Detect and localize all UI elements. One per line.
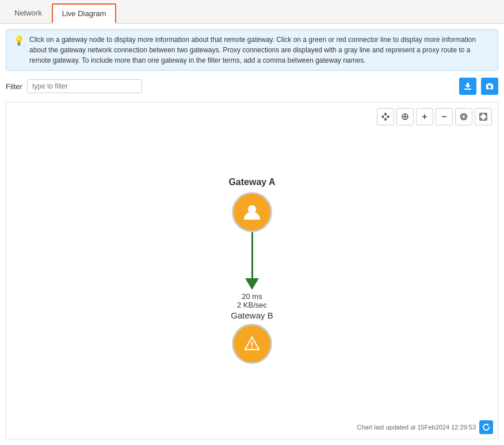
tab-live-diagram[interactable]: Live Diagram: [52, 3, 117, 24]
download-icon: [464, 82, 472, 90]
diagram-zoom-out-button[interactable]: −: [436, 108, 453, 125]
expand-icon: [479, 113, 487, 121]
svg-point-13: [461, 114, 467, 120]
fit-icon: [381, 113, 390, 121]
refresh-button[interactable]: [479, 420, 493, 434]
filter-label: Filter: [6, 82, 22, 91]
gateway-a-person-icon: [242, 202, 262, 222]
info-box: 💡 Click on a gateway node to display mor…: [6, 29, 498, 71]
diagram-area: + −: [6, 102, 498, 439]
gateway-b-node[interactable]: !: [232, 324, 272, 364]
latency-value: 20 ms: [242, 292, 262, 301]
tab-network[interactable]: Network: [5, 3, 52, 23]
download-button[interactable]: [459, 78, 476, 95]
gateway-a-label: Gateway A: [228, 177, 275, 187]
svg-marker-8: [388, 116, 390, 118]
gateway-b-alert-icon: !: [243, 335, 261, 353]
camera-icon: [486, 82, 494, 90]
svg-marker-6: [385, 119, 387, 121]
svg-marker-7: [381, 116, 383, 118]
tabs-bar: Network Live Diagram: [0, 0, 504, 24]
filter-bar: Filter: [6, 75, 498, 97]
diagram-content: Gateway A 20 ms: [6, 102, 498, 439]
info-icon: 💡: [13, 35, 25, 46]
diagram-footer: Chart last updated at 15Feb2024 12:29:53: [357, 420, 493, 434]
diagram-zoom-in-button[interactable]: +: [416, 108, 433, 125]
arrow-line: [251, 232, 253, 278]
content-area: 💡 Click on a gateway node to display mor…: [0, 24, 504, 445]
diagram-fit-button[interactable]: [377, 108, 394, 125]
filter-input[interactable]: [27, 79, 142, 93]
diagram-expand-button[interactable]: [475, 108, 492, 125]
last-updated-text: Chart last updated at 15Feb2024 12:29:53: [357, 424, 476, 431]
svg-marker-5: [385, 113, 387, 114]
camera-button[interactable]: [481, 78, 498, 95]
diagram-toolbar: + −: [377, 108, 492, 125]
zoom-out-icon: −: [441, 112, 446, 121]
zoom-in-icon: +: [422, 112, 427, 121]
throughput-value: 2 KB/sec: [237, 301, 267, 309]
info-text: Click on a gateway node to display more …: [29, 34, 491, 66]
center-icon: [460, 113, 468, 121]
connection-stats: 20 ms 2 KB/sec: [237, 292, 267, 309]
refresh-icon: [482, 423, 490, 431]
main-container: Network Live Diagram 💡 Click on a gatewa…: [0, 0, 504, 445]
network-diagram: Gateway A 20 ms: [228, 177, 275, 364]
layout-icon: [401, 113, 409, 121]
gateway-a-node[interactable]: [232, 192, 272, 232]
diagram-layout-button[interactable]: [396, 108, 414, 125]
diagram-center-button[interactable]: [455, 108, 472, 125]
svg-text:!: !: [250, 340, 253, 350]
connector[interactable]: [245, 232, 259, 290]
gateway-b-label: Gateway B: [231, 310, 273, 320]
svg-point-12: [462, 115, 465, 118]
arrow-head: [245, 278, 259, 290]
svg-rect-0: [464, 89, 471, 90]
